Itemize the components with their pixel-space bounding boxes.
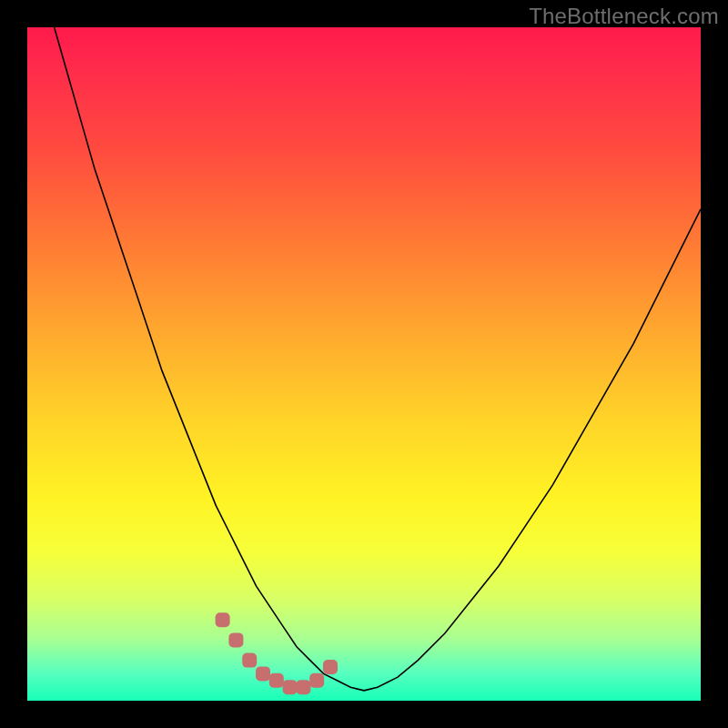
curve-marker <box>242 653 257 668</box>
curve-marker <box>296 680 310 694</box>
curve-markers <box>216 612 338 694</box>
curve-marker <box>216 612 230 627</box>
curve-marker <box>309 673 324 688</box>
plot-area <box>27 27 701 701</box>
curve-marker <box>323 660 338 674</box>
curve-marker <box>256 666 270 681</box>
curve-marker <box>228 632 243 647</box>
chart-frame: TheBottleneck.com <box>0 0 728 728</box>
bottleneck-curve <box>55 27 701 691</box>
watermark-text: TheBottleneck.com <box>529 4 719 29</box>
curve-marker <box>269 673 284 688</box>
bottleneck-curve-svg <box>27 27 701 701</box>
curve-marker <box>283 680 298 694</box>
